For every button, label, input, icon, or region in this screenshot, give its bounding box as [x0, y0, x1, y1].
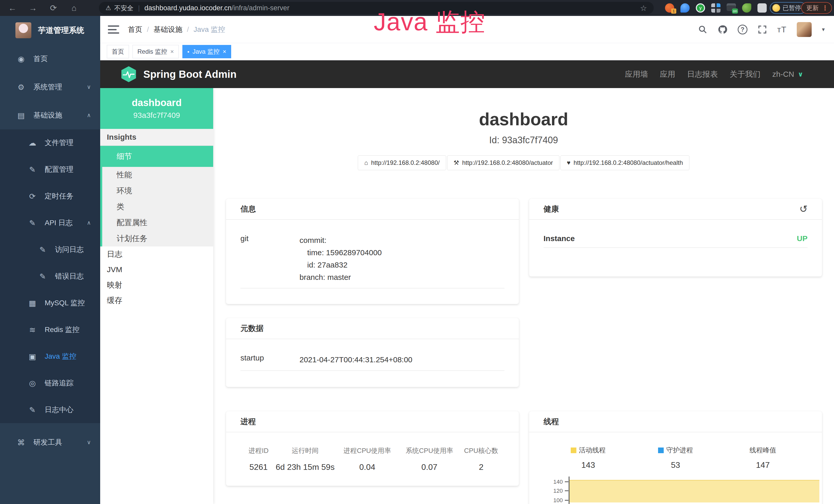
- sba-locale-select[interactable]: zh-CN ∨: [772, 70, 803, 78]
- close-icon[interactable]: ×: [223, 48, 226, 55]
- sidebar-item-dev-tools[interactable]: ⌘ 研发工具 ∨: [0, 428, 100, 457]
- puzzle-extensions-icon[interactable]: [758, 3, 767, 13]
- y-tick-120: 120: [547, 487, 563, 494]
- menu-item-details[interactable]: 细节: [100, 146, 213, 167]
- browser-home-icon[interactable]: ⌂: [69, 3, 79, 13]
- sidebar-item-log-center[interactable]: ✎ 日志中心: [0, 396, 100, 423]
- back-icon[interactable]: ←: [7, 3, 18, 13]
- info-key: git: [240, 234, 300, 283]
- search-icon[interactable]: [698, 25, 707, 34]
- avatar-caret-icon[interactable]: ▾: [822, 26, 825, 33]
- card-title: 进程: [240, 416, 256, 427]
- menu-item-jvm[interactable]: JVM: [100, 262, 213, 277]
- leaf-extension-icon[interactable]: [742, 3, 751, 13]
- history-icon[interactable]: ↺: [799, 203, 808, 215]
- breadcrumb-infrastructure[interactable]: 基础设施: [154, 25, 182, 35]
- menu-item-beans[interactable]: 类: [102, 199, 213, 215]
- actuator-url-button[interactable]: ⚒ http://192.168.0.2:48080/actuator: [447, 155, 559, 170]
- sidebar-item-infrastructure[interactable]: ▤ 基础设施 ∧: [0, 101, 100, 130]
- github-icon[interactable]: [718, 25, 727, 35]
- sba-brand[interactable]: Spring Boot Admin: [100, 66, 237, 83]
- sidebar-item-file-mgmt[interactable]: ☁ 文件管理: [0, 130, 100, 156]
- sba-navbar: Spring Boot Admin 应用墙 应用 日志报表 关于我们 zh-CN…: [100, 60, 834, 88]
- browser-toolbar: ← → ⟳ ⌂ ⚠ 不安全 | dashboard.yudao.iocoder.…: [0, 0, 834, 16]
- tab-java-monitor[interactable]: ● Java 监控 ×: [182, 45, 231, 58]
- toolbox-icon: ⌘: [16, 438, 27, 447]
- edit-icon: ✎: [27, 219, 38, 228]
- sidebar-item-java-monitor[interactable]: ▣ Java 监控: [0, 343, 100, 370]
- tab-home[interactable]: 首页: [107, 45, 129, 58]
- sba-locale-value: zh-CN: [772, 70, 794, 78]
- grid-extension-icon[interactable]: [711, 3, 721, 13]
- y-extension-icon[interactable]: y: [696, 3, 705, 13]
- page: ← → ⟳ ⌂ ⚠ 不安全 | dashboard.yudao.iocoder.…: [0, 0, 834, 504]
- health-url-button[interactable]: ♥ http://192.168.0.2:48080/actuator/heal…: [561, 155, 689, 170]
- help-icon[interactable]: ?: [738, 25, 747, 35]
- sidebar-item-api-logs[interactable]: ✎ API 日志 ∧: [0, 209, 100, 236]
- sidebar-item-system-mgmt[interactable]: ⚙ 系统管理 ∨: [0, 73, 100, 101]
- forward-icon[interactable]: →: [28, 3, 38, 13]
- tab-label: Redis 监控: [137, 47, 167, 56]
- reload-icon[interactable]: ⟳: [48, 3, 59, 13]
- sba-nav-about[interactable]: 关于我们: [730, 69, 761, 79]
- url-path: /infra/admin-server: [232, 4, 289, 12]
- sidebar-item-error-logs[interactable]: ✎ 错误日志: [0, 263, 100, 290]
- menu-item-loggers[interactable]: 日志: [100, 247, 213, 262]
- kebab-menu-icon[interactable]: ⋮: [822, 4, 828, 12]
- sidebar-item-redis-monitor[interactable]: ≋ Redis 监控: [0, 316, 100, 343]
- address-bar[interactable]: ⚠ 不安全 | dashboard.yudao.iocoder.cn /infr…: [99, 2, 654, 14]
- info-card: 信息 git commit: time: 1596289704000 id: 2…: [226, 199, 519, 304]
- url-host: dashboard.yudao.iocoder.cn: [144, 4, 232, 12]
- card-title: 线程: [544, 416, 559, 427]
- info-value: commit: time: 1596289704000 id: 27aa832 …: [300, 234, 382, 283]
- app-logo: [16, 22, 31, 38]
- sba-content: dashboard Id: 93a3fc7f7409 ⌂ http://192.…: [213, 88, 834, 504]
- fullscreen-icon[interactable]: [758, 25, 767, 34]
- hamburger-icon[interactable]: [108, 24, 119, 35]
- sba-nav-applications[interactable]: 应用: [660, 69, 675, 79]
- security-label[interactable]: 不安全: [114, 4, 134, 12]
- instance-name: dashboard: [132, 97, 182, 108]
- instance-header[interactable]: dashboard 93a3fc7f7409: [100, 88, 213, 129]
- sidebar-item-mysql-monitor[interactable]: ▦ MySQL 监控: [0, 290, 100, 316]
- home-icon: ⌂: [364, 159, 368, 166]
- eye-icon: ◎: [27, 379, 38, 388]
- metadata-startup-row: startup 2021-04-27T00:44:31.254+08:00: [240, 353, 504, 371]
- font-size-icon[interactable]: тT: [777, 25, 787, 35]
- extension-icon-1[interactable]: 1: [665, 3, 674, 13]
- card-title: 元数据: [240, 323, 264, 334]
- sidebar-item-access-logs[interactable]: ✎ 访问日志: [0, 236, 100, 263]
- user-avatar[interactable]: [797, 22, 812, 37]
- dark-extension-icon[interactable]: on: [727, 3, 736, 13]
- peak-threads-value: 147: [719, 460, 807, 470]
- bookmark-star-icon[interactable]: ☆: [640, 4, 647, 13]
- sba-nav-wallboard[interactable]: 应用墙: [625, 69, 648, 79]
- tab-redis-monitor[interactable]: Redis 监控 ×: [133, 45, 179, 58]
- sba-nav-journal[interactable]: 日志报表: [687, 69, 718, 79]
- extension-badge: 1: [671, 8, 676, 14]
- sidebar-item-config-mgmt[interactable]: ✎ 配置管理: [0, 156, 100, 183]
- sidebar-item-home[interactable]: ◉ 首页: [0, 45, 100, 73]
- menu-item-environment[interactable]: 环境: [102, 183, 213, 199]
- close-icon[interactable]: ×: [170, 48, 174, 55]
- app-logo-row[interactable]: 芋道管理系统: [0, 16, 100, 45]
- system-cpu-value: 0.07: [398, 462, 461, 472]
- service-url-button[interactable]: ⌂ http://192.168.0.2:48080/: [358, 155, 446, 170]
- menu-item-metrics[interactable]: 性能: [102, 167, 213, 183]
- emoji-avatar-icon: [772, 4, 780, 12]
- col-system-cpu: 系统CPU使用率: [398, 446, 461, 455]
- y-tick-140: 140: [547, 479, 563, 485]
- paused-profile-pill[interactable]: 已暂停: [770, 2, 806, 14]
- browser-update-button[interactable]: 更新 ⋮: [801, 2, 832, 14]
- menu-item-caches[interactable]: 缓存: [100, 293, 213, 308]
- menu-item-scheduled-tasks[interactable]: 计划任务: [102, 231, 213, 247]
- edit-icon: ✎: [37, 272, 48, 281]
- menu-item-config-props[interactable]: 配置属性: [102, 215, 213, 231]
- breadcrumb-home[interactable]: 首页: [128, 25, 142, 35]
- pin-extension-icon[interactable]: [680, 3, 690, 13]
- sidebar-item-scheduled-tasks[interactable]: ⟳ 定时任务: [0, 183, 100, 209]
- sidebar-item-tracing[interactable]: ◎ 链路追踪: [0, 370, 100, 396]
- sidebar-item-label: 链路追踪: [45, 378, 73, 388]
- live-threads-area: [569, 480, 819, 502]
- menu-item-mappings[interactable]: 映射: [100, 277, 213, 293]
